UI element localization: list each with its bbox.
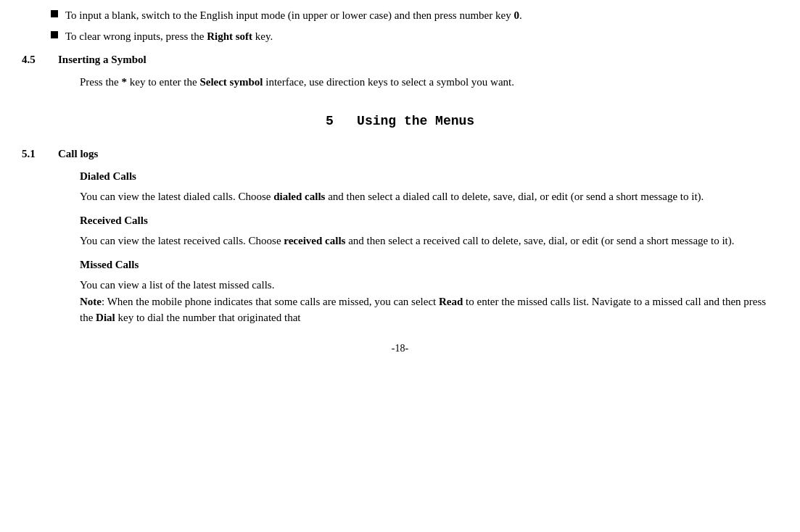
bullet-text-2: To clear wrong inputs, press the Right s… — [65, 28, 778, 45]
page-content: To input a blank, switch to the English … — [22, 0, 778, 363]
chapter-5-number: 5 — [326, 114, 334, 128]
missed-calls-heading: Missed Calls — [80, 257, 778, 273]
note-text: : When the mobile phone indicates that s… — [102, 296, 439, 307]
bullet-icon-1 — [51, 10, 58, 17]
section-4-5-body: Press the * key to enter the Select symb… — [80, 74, 778, 91]
bullet-icon-2 — [51, 31, 58, 38]
note-label: Note — [80, 296, 102, 307]
section-4-5-title: Inserting a Symbol — [58, 51, 147, 68]
missed-calls-body: You can view a list of the latest missed… — [80, 277, 778, 326]
page-number: -18- — [22, 341, 778, 356]
received-calls-heading: Received Calls — [80, 212, 778, 229]
bullet-text-1: To input a blank, switch to the English … — [65, 7, 778, 24]
received-calls-body: You can view the latest received calls. … — [80, 233, 778, 249]
section-5-1-number: 5.1 — [22, 146, 44, 162]
bullet-item-1: To input a blank, switch to the English … — [51, 7, 778, 24]
note-text3: key to dial the number that originated t… — [115, 312, 301, 323]
dialed-calls-heading: Dialed Calls — [80, 168, 778, 185]
section-5-1-heading: 5.1 Call logs — [22, 146, 778, 162]
chapter-5-heading: 5 Using the Menus — [22, 112, 778, 131]
section-5-1-title: Call logs — [58, 146, 98, 162]
section-4-5-heading: 4.5 Inserting a Symbol — [22, 51, 778, 68]
section-4-5-number: 4.5 — [22, 51, 44, 68]
chapter-5-title: Using the Menus — [357, 114, 474, 128]
dialed-calls-body: You can view the latest dialed calls. Ch… — [80, 188, 778, 205]
missed-calls-text1: You can view a list of the latest missed… — [80, 277, 778, 294]
bullet-item-2: To clear wrong inputs, press the Right s… — [51, 28, 778, 45]
note-bold1: Read — [439, 296, 463, 307]
bullet-section: To input a blank, switch to the English … — [22, 7, 778, 44]
note-bold2: Dial — [96, 312, 115, 323]
missed-calls-note: Note: When the mobile phone indicates th… — [80, 294, 778, 326]
